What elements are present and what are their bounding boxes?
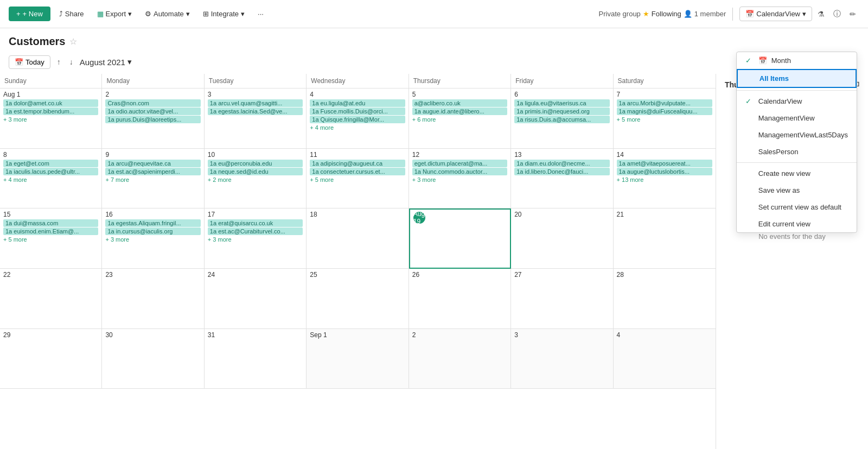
more-events-link[interactable]: + 7 more (105, 176, 200, 183)
calendar-cell[interactable]: 4 (614, 329, 716, 389)
calendar-event[interactable]: Cras@non.com (105, 99, 200, 107)
today-button[interactable]: 📅 Today (9, 55, 50, 69)
calendar-cell[interactable]: 81a eget@et.com1a iaculis.lacus.pede@ult… (0, 149, 102, 209)
automate-button[interactable]: ⚙ Automate ▾ (141, 8, 194, 20)
calendar-event[interactable]: 1a adipiscing@augueut.ca (310, 160, 405, 167)
calendar-event[interactable]: 1a arcu.Morbi@vulputate... (617, 99, 712, 107)
calendar-event[interactable]: 1a diam.eu.dolor@necme... (514, 160, 609, 167)
calendar-cell[interactable]: 2Cras@non.com1a odio.auctor.vitae@vel...… (102, 88, 204, 149)
share-button[interactable]: ⤴ Share (55, 8, 88, 20)
month-year-label[interactable]: August 2021 ▾ (80, 57, 132, 67)
calendar-cell[interactable]: 21 (614, 208, 716, 269)
calendar-cell[interactable]: 111a adipiscing@augueut.ca1a consectetue… (307, 149, 409, 209)
more-events-link[interactable]: + 13 more (617, 176, 712, 183)
calendar-event[interactable]: 1a arcu.vel.quam@sagitti... (208, 99, 303, 107)
calendar-cell[interactable]: 31 (205, 329, 307, 389)
calendar-event[interactable]: 1a est.ac@Curabiturvel.co... (208, 227, 303, 235)
calendar-event[interactable]: 1a est.ac@sapienimperdi... (105, 168, 200, 175)
more-events-link[interactable]: + 3 more (412, 176, 507, 183)
more-button[interactable]: ··· (253, 8, 268, 20)
calendar-cell[interactable]: 27 (511, 269, 613, 329)
calendar-cell[interactable]: 29 (0, 329, 102, 389)
calendar-cell[interactable]: Aug 11a dolor@amet.co.uk1a est.tempor.bi… (0, 88, 102, 149)
calendar-event[interactable]: 1a dui@massa.com (3, 219, 98, 227)
calendar-event[interactable]: 1a eget@et.com (3, 160, 98, 167)
calendar-event[interactable]: 1a iaculis.lacus.pede@ultr... (3, 168, 98, 175)
more-events-link[interactable]: + 3 more (105, 236, 200, 243)
calendar-event[interactable]: 1a purus.Duis@laoreetips... (105, 116, 200, 123)
edit-icon-button[interactable]: ✏ (846, 8, 859, 21)
dropdown-all-items[interactable]: All Items (737, 69, 857, 88)
calendar-cell[interactable]: 28 (614, 269, 716, 329)
more-events-link[interactable]: + 3 more (208, 236, 303, 243)
more-events-link[interactable]: + 2 more (208, 176, 303, 183)
calendar-event[interactable]: 1a Nunc.commodo.auctor... (412, 168, 507, 175)
next-month-button[interactable]: ↓ (67, 55, 75, 68)
following-label[interactable]: Following (652, 10, 681, 18)
calendar-cell[interactable]: 5a@aclibero.co.uk1a augue.id.ante@libero… (409, 88, 511, 149)
calendar-event[interactable]: 1a Fusce.mollis.Duis@orci... (310, 107, 405, 115)
calendar-event[interactable]: 1a amet@vitaeposuereat... (617, 160, 712, 167)
calendar-cell[interactable]: 22 (0, 269, 102, 329)
calendar-event[interactable]: 1a Quisque.fringilla@Mor... (310, 116, 405, 123)
filter-icon-button[interactable]: ⚗ (814, 8, 828, 21)
calendar-cell[interactable]: 24 (205, 269, 307, 329)
calendar-cell[interactable]: 2 (409, 329, 511, 389)
calendar-cell[interactable]: 161a egestas.Aliquam.fringil...1a in.cur… (102, 208, 204, 269)
calendar-cell[interactable]: 31a arcu.vel.quam@sagitti...1a egestas.l… (205, 88, 307, 149)
dropdown-create-new[interactable]: Create new view (737, 165, 857, 182)
calendar-event[interactable]: 1a eu@perconubia.edu (208, 160, 303, 167)
calendar-cell[interactable]: 20 (511, 208, 613, 269)
calendar-cell[interactable]: 141a amet@vitaeposuereat...1a augue@luct… (614, 149, 716, 209)
integrate-button[interactable]: ⊞ Integrate ▾ (199, 8, 249, 20)
calendar-event[interactable]: 1a erat@quisarcu.co.uk (208, 219, 303, 227)
dropdown-save-view[interactable]: Save view as (737, 182, 857, 199)
calendar-event[interactable]: 1a odio.auctor.vitae@vel... (105, 107, 200, 115)
calendar-event[interactable]: 1a dolor@amet.co.uk (3, 99, 98, 107)
calendar-event[interactable]: a@aclibero.co.uk (412, 99, 507, 107)
calendar-cell[interactable]: 3 (511, 329, 613, 389)
calendar-cell[interactable]: 30 (102, 329, 204, 389)
calendar-event[interactable]: 1a neque.sed@id.edu (208, 168, 303, 175)
calendar-cell[interactable]: 71a arcu.Morbi@vulputate...1a magnis@dui… (614, 88, 716, 149)
calendar-cell[interactable]: 12eget.dictum.placerat@ma...1a Nunc.comm… (409, 149, 511, 209)
dropdown-calendar-view[interactable]: ✓ CalendarView (737, 93, 857, 110)
calendar-cell[interactable]: 18 (307, 208, 409, 269)
calendar-event[interactable]: 1a egestas.lacinia.Sed@ve... (208, 107, 303, 115)
new-button[interactable]: + + New (9, 7, 50, 21)
calendar-event[interactable]: 1a id.libero.Donec@fauci... (514, 168, 609, 175)
calendar-cell[interactable]: 23 (102, 269, 204, 329)
more-events-link[interactable]: + 5 more (617, 116, 712, 123)
calendar-cell[interactable]: 151a dui@massa.com1a euismod.enim.Etiam@… (0, 208, 102, 269)
calendar-event[interactable]: 1a euismod.enim.Etiam@... (3, 227, 98, 235)
calendar-event[interactable]: 1a egestas.Aliquam.fringil... (105, 219, 200, 227)
favorite-star-icon[interactable]: ☆ (69, 36, 77, 47)
calendar-event[interactable]: 1a ligula.eu@vitaerisus.ca (514, 99, 609, 107)
info-icon-button[interactable]: ⓘ (830, 7, 844, 21)
calendar-cell[interactable]: 171a erat@quisarcu.co.uk1a est.ac@Curabi… (205, 208, 307, 269)
calendar-cell[interactable]: 101a eu@perconubia.edu1a neque.sed@id.ed… (205, 149, 307, 209)
calendar-cell[interactable]: Sep 1 (307, 329, 409, 389)
calendar-event[interactable]: 1a augue.id.ante@libero... (412, 107, 507, 115)
calendar-cell[interactable]: 91a arcu@nequevitae.ca1a est.ac@sapienim… (102, 149, 204, 209)
calendar-event[interactable]: 1a consectetuer.cursus.et... (310, 168, 405, 175)
calendar-event[interactable]: 1a magnis@duiFuscealiquu... (617, 107, 712, 115)
more-events-link[interactable]: + 5 more (310, 176, 405, 183)
calendar-event[interactable]: 1a eu.ligula@at.edu (310, 99, 405, 107)
dropdown-management-view-5[interactable]: ManagementViewLast5Days (737, 127, 857, 143)
calendar-event[interactable]: 1a augue@luctuslobortis... (617, 168, 712, 175)
calendar-event[interactable]: 1a in.cursus@iaculis.org (105, 227, 200, 235)
calendar-event[interactable]: 1a est.tempor.bibendum... (3, 107, 98, 115)
calendar-cell[interactable]: 41a eu.ligula@at.edu1a Fusce.mollis.Duis… (307, 88, 409, 149)
dropdown-management-view[interactable]: ManagementView (737, 110, 857, 127)
calendar-event[interactable]: 1a arcu@nequevitae.ca (105, 160, 200, 167)
more-events-link[interactable]: + 5 more (3, 236, 98, 243)
calendar-event[interactable]: 1a risus.Duis.a@accumsa... (514, 116, 609, 123)
calendar-view-button[interactable]: 📅 CalendarView ▾ (739, 7, 812, 21)
export-button[interactable]: ▦ Export ▾ (93, 8, 137, 20)
more-events-link[interactable]: + 4 more (310, 124, 405, 131)
calendar-cell[interactable]: 131a diam.eu.dolor@necme...1a id.libero.… (511, 149, 613, 209)
dropdown-month-item[interactable]: ✓ 📅 Month (737, 52, 857, 69)
more-events-link[interactable]: + 3 more (3, 116, 98, 123)
more-events-link[interactable]: + 4 more (3, 176, 98, 183)
